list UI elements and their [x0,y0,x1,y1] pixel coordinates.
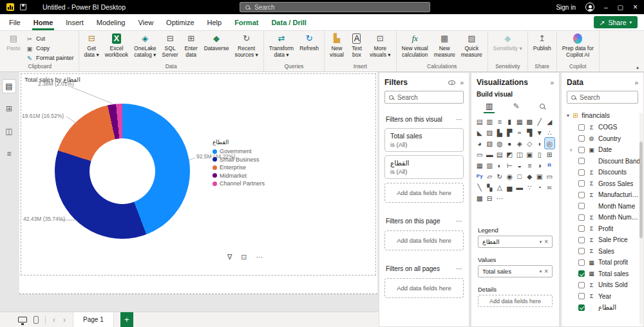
field-row-sales[interactable]: ΣSales [562,246,643,257]
donut-chart[interactable] [55,104,190,239]
menu-tab-insert[interactable]: Insert [59,14,90,30]
text-slicer-icon[interactable]: ▯ [535,149,545,160]
focus-mode-icon[interactable]: ⊡ [241,253,247,261]
key-influencers-icon[interactable]: ◐ [495,160,505,171]
paste-button[interactable]: ▤Paste [5,33,23,52]
filters-search-input[interactable]: Search [384,91,464,104]
add-data-fields-drop[interactable]: Add data fields here [384,278,464,298]
more-visuals-button[interactable]: ⊡Morevisuals ▾ [368,33,393,59]
power-automate-icon[interactable]: ↻ [495,171,505,182]
field-checkbox[interactable] [578,282,585,288]
field-row-gross-sales[interactable]: ΣGross Sales [562,178,643,190]
card-icon[interactable]: ▭ [475,149,485,160]
area-chart-icon[interactable]: ◢ [545,116,555,127]
new-measure-button[interactable]: ▦Newmeasure [432,33,457,59]
scrollbar-thumb[interactable] [639,142,643,238]
page-tab[interactable]: Page 1 [73,312,114,327]
desktop-layout-icon[interactable] [18,317,27,322]
new-slicer-icon[interactable]: ▣ [525,149,535,160]
bullet-chart-icon[interactable]: ▬ [515,182,525,192]
field-checkbox[interactable] [578,225,585,232]
text-box-visual-icon[interactable]: ▭ [545,171,555,182]
format-visual-tab[interactable]: ✎ [513,99,520,113]
field-checkbox[interactable] [578,214,585,221]
titlebar-search-input[interactable]: Search [240,2,430,12]
share-button[interactable]: ↗ Share ▾ [594,16,638,28]
chevron-down-icon[interactable]: ▾ [567,113,569,118]
account-avatar-icon[interactable] [585,3,594,12]
field-row-date[interactable]: ›▣Date [562,144,643,156]
field-row-discount-band[interactable]: Discount Band [562,156,643,167]
collapse-pane-icon[interactable]: » [634,79,638,86]
new-page-button[interactable]: + [120,312,133,327]
menu-tab-data-drill[interactable]: Data / Drill [265,14,312,30]
field-checkbox[interactable] [578,304,585,311]
legend-field-well[interactable]: القطاع▾× [478,236,553,248]
field-row-month-number[interactable]: ΣMonth Number [562,212,643,223]
scatter-chart-icon[interactable]: ∴ [545,127,555,138]
radar-chart-icon[interactable]: △ [495,182,505,192]
field-row-sale-price[interactable]: ΣSale Price [562,234,643,246]
sensitivity-button[interactable]: ◆Sensitivity ▾ [491,33,524,52]
field-row-month-name[interactable]: Month Name [562,201,643,212]
decomposition-tree-icon[interactable]: ⊢ [505,160,515,171]
donut-chart-icon[interactable]: ◎ [545,138,555,149]
clustered-column-chart-icon[interactable]: ▮ [505,116,515,127]
excel-workbook-button[interactable]: XExcelworkbook [103,33,130,59]
kpi-icon[interactable]: ◩ [505,149,515,160]
field-row-manufacturin[interactable]: ΣManufacturin... [562,189,643,201]
table-view-button[interactable]: ⊞ [3,102,15,115]
transform-data-button[interactable]: ⇄Transformdata ▾ [267,33,296,59]
legend-item-small-business[interactable]: Small Business [213,156,265,164]
model-view-button[interactable]: ◫ [3,125,15,138]
field-row-total-profit[interactable]: ▦Total profit [562,257,643,268]
field-checkbox[interactable] [578,158,585,164]
analytics-tab[interactable] [540,99,545,113]
funnel-chart-icon[interactable]: ▼ [535,127,545,138]
multi-row-card-icon[interactable]: ▤ [495,149,505,160]
values-field-well[interactable]: Total sales▾× [478,265,553,277]
eye-icon[interactable] [448,80,455,85]
q-and-a-icon[interactable]: ◒ [515,160,525,171]
menu-tab-home[interactable]: Home [27,14,60,30]
build-visual-tab[interactable]: ▥ [486,99,493,113]
remove-field-icon[interactable]: × [544,238,548,245]
clustered-bar-chart-icon[interactable]: ≡ [495,116,505,127]
histogram-icon[interactable]: ▅ [505,182,515,192]
mobile-layout-icon[interactable] [33,316,39,324]
save-icon[interactable] [20,4,26,10]
table-node-financials[interactable]: ▾ ⊞ financials [562,109,643,122]
onelake-catalog-button[interactable]: ◈OneLakecatalog ▾ [132,33,158,59]
get-data-button[interactable]: ⊟Getdata ▾ [82,33,101,59]
filter-card-القطاع[interactable]: القطاعis (All) [384,155,464,179]
scrollbar[interactable] [639,113,643,325]
remove-field-icon[interactable]: × [544,268,548,275]
waterfall-chart-icon[interactable]: ▜ [525,127,535,138]
shape-map-icon[interactable]: ◈ [515,138,525,149]
stacked-area-chart-icon[interactable]: ◣ [475,127,485,138]
new-visual-button[interactable]: ▙Newvisual [328,33,346,59]
arcgis-map-icon[interactable]: ◉ [505,171,515,182]
power-apps-icon[interactable]: ▱ [485,171,495,182]
more-options-icon[interactable]: ⋯ [256,253,263,261]
legend-item-channel-partners[interactable]: Channel Partners [213,180,265,188]
sql-server-button[interactable]: ⊟SQLServer [160,33,180,59]
sign-in-link[interactable]: Sign in [556,4,576,11]
legend-item-midmarket[interactable]: Midmarket [213,172,265,180]
slicer-icon[interactable]: ◫ [515,149,525,160]
line-chart-icon[interactable]: ╱ [535,116,545,127]
field-checkbox[interactable] [578,192,585,198]
field-checkbox[interactable] [578,180,585,187]
field-checkbox[interactable] [578,124,585,131]
add-data-fields-drop[interactable]: Add data fields here [384,183,464,203]
menu-tab-format[interactable]: Format [228,14,265,30]
stacked-bar-chart-icon[interactable]: ▤ [475,116,485,127]
filter-card-total-sales[interactable]: Total salesis (All) [384,128,464,152]
format-painter-button[interactable]: ✎Format painter [24,54,75,62]
cut-button[interactable]: ✂Cut [24,35,75,42]
dax-query-view-button[interactable]: ≡ [3,147,15,160]
ribbon-chart-icon[interactable]: ≈ [515,127,525,138]
sunburst-icon[interactable]: ◔ [535,182,545,192]
table-icon[interactable]: ⊞ [545,149,555,160]
field-checkbox[interactable] [578,270,585,277]
